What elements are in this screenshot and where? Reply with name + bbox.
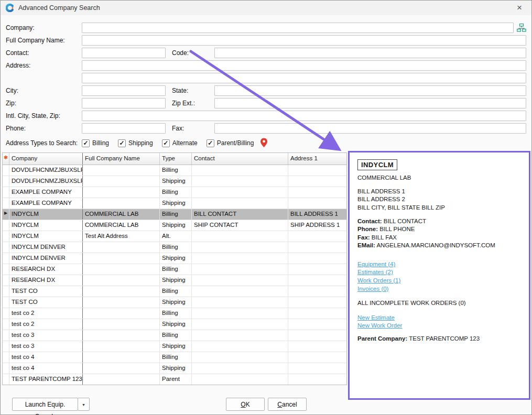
column-header-address-1[interactable]: Address 1 — [288, 153, 346, 165]
table-row[interactable]: EXAMPLE COMPANYShipping — [3, 198, 346, 209]
column-header-company[interactable]: Company — [9, 153, 83, 165]
phone-input[interactable] — [82, 123, 166, 134]
detail-phone-row: Phone: BILL PHONE — [357, 226, 521, 233]
table-row[interactable]: DOVDLFHCNMZJBUXSLFCShipping — [3, 176, 346, 187]
incomplete-work-orders-label: ALL INCOMPLETE WORK ORDERS (0) — [357, 300, 521, 307]
launch-dropdown-arrow-icon[interactable]: ▼ — [78, 398, 90, 411]
table-row[interactable]: test co 3Billing — [3, 330, 346, 341]
intl-label: Intl. City, State, Zip: — [6, 111, 60, 121]
grid-cell — [192, 242, 288, 253]
close-icon[interactable]: × — [511, 1, 528, 15]
link-equipment-4[interactable]: Equipment (4) — [357, 261, 395, 268]
ok-button[interactable]: OK — [226, 398, 265, 411]
grid-cell — [83, 330, 160, 341]
table-row[interactable]: INDYCLMTest Alt AddressAlt. — [3, 231, 346, 242]
table-row[interactable]: RESEARCH DXBilling — [3, 264, 346, 275]
address-input-1[interactable] — [82, 60, 526, 71]
launch-equip-search-button[interactable]: Launch Equip. Search — [12, 398, 78, 411]
zip-input[interactable] — [82, 98, 166, 108]
full-company-name-input[interactable] — [82, 35, 526, 46]
column-header-contact[interactable]: Contact — [192, 153, 288, 165]
table-row[interactable]: INDYCLMCOMMERCIAL LABShippingSHIP CONTAC… — [3, 220, 346, 231]
cancel-button[interactable]: Cancel — [268, 398, 307, 411]
table-row[interactable]: test co 2Shipping — [3, 319, 346, 330]
city-input[interactable] — [82, 85, 166, 96]
grid-cell — [192, 352, 288, 363]
link-new-estimate[interactable]: New Estimate — [357, 314, 395, 322]
table-row[interactable]: test co 4Billing — [3, 352, 346, 363]
company-input[interactable] — [82, 23, 514, 33]
table-row[interactable]: test co 4Shipping — [3, 363, 346, 374]
detail-email-label: EMail: — [357, 242, 375, 248]
grid-cell — [192, 264, 288, 275]
grid-cell — [192, 363, 288, 374]
link-new-work-order[interactable]: New Work Order — [357, 322, 402, 330]
grid-cell: Shipping — [160, 198, 192, 209]
grid-cell: Shipping — [160, 176, 192, 187]
grid-cell — [83, 308, 160, 319]
grid-cell — [192, 308, 288, 319]
row-marker — [3, 374, 9, 385]
table-row[interactable]: ▶INDYCLMCOMMERCIAL LABBillingBILL CONTAC… — [3, 209, 346, 220]
checkbox-box[interactable]: ✓ — [207, 139, 214, 147]
contact-input[interactable] — [82, 48, 166, 58]
code-input[interactable] — [214, 48, 526, 58]
row-marker — [3, 253, 9, 264]
checkbox-parent-billing[interactable]: ✓Parent/Billing — [207, 139, 254, 147]
detail-address-line: BILL ADDRESS 1 — [357, 188, 521, 195]
detail-company-name: COMMERCIAL LAB — [357, 174, 521, 182]
zip-ext-label: Zip Ext.: — [172, 98, 195, 108]
table-row[interactable]: test co 3Shipping — [3, 341, 346, 352]
table-row[interactable]: EXAMPLE COMPANYBilling — [3, 187, 346, 198]
grid-cell — [288, 341, 346, 352]
detail-contact-row: Contact: BILL CONTACT — [357, 218, 521, 225]
table-row[interactable]: INDYCLM DENVERShipping — [3, 253, 346, 264]
grid-cell — [83, 374, 160, 385]
table-row[interactable]: TEST PARENTCOMP 123Parent — [3, 374, 346, 385]
detail-contact-value: BILL CONTACT — [384, 218, 426, 224]
grid-cell: DOVDLFHCNMZJBUXSLFC — [9, 176, 83, 187]
detail-fax-row: Fax: BILL FAX — [357, 234, 521, 242]
detail-company-code: INDYCLM — [357, 159, 397, 170]
checkbox-shipping[interactable]: ✓Shipping — [118, 139, 153, 147]
detail-fax-value: BILL FAX — [372, 234, 397, 241]
link-estimates-2[interactable]: Estimates (2) — [357, 269, 393, 276]
table-row[interactable]: TEST COShipping — [3, 297, 346, 308]
grid-cell — [192, 275, 288, 286]
table-row[interactable]: RESEARCH DXShipping — [3, 275, 346, 286]
grid-cell — [192, 198, 288, 209]
link-work-orders-1[interactable]: Work Orders (1) — [357, 277, 400, 285]
address-type-checkboxes: ✓Billing✓Shipping✓Alternate✓Parent/Billi… — [82, 138, 254, 148]
grid-cell: EXAMPLE COMPANY — [9, 198, 83, 209]
grid-cell: INDYCLM DENVER — [9, 253, 83, 264]
address-input-2[interactable] — [82, 73, 526, 83]
phone-label: Phone: — [6, 123, 26, 134]
checkbox-box[interactable]: ✓ — [162, 139, 170, 147]
fax-label: Fax: — [172, 123, 184, 134]
state-label: State: — [172, 85, 188, 96]
zip-ext-input[interactable] — [214, 98, 526, 108]
grid-cell: test co 2 — [9, 319, 83, 330]
state-input[interactable] — [214, 85, 526, 96]
table-row[interactable]: test co 2Billing — [3, 308, 346, 319]
grid-cell — [83, 187, 160, 198]
map-pin-icon[interactable] — [260, 138, 268, 148]
intl-input[interactable] — [82, 111, 526, 121]
grid-cell: Shipping — [160, 275, 192, 286]
checkbox-billing[interactable]: ✓Billing — [82, 139, 109, 147]
grid-cell: RESEARCH DX — [9, 264, 83, 275]
checkbox-box[interactable]: ✓ — [118, 139, 126, 147]
column-header-full-company-name[interactable]: Full Company Name — [83, 153, 160, 165]
column-header-type[interactable]: Type — [160, 153, 192, 165]
fax-input[interactable] — [214, 123, 526, 134]
row-marker — [3, 176, 9, 187]
checkbox-box[interactable]: ✓ — [82, 139, 90, 147]
table-row[interactable]: DOVDLFHCNMZJBUXSLFCBilling — [3, 165, 346, 176]
table-row[interactable]: TEST COBilling — [3, 286, 346, 297]
advanced-company-search-dialog: Advanced Company Search × Company: Full … — [0, 0, 532, 415]
row-marker — [3, 220, 9, 231]
checkbox-alternate[interactable]: ✓Alternate — [162, 139, 198, 147]
company-hierarchy-lookup-icon[interactable] — [517, 24, 526, 34]
table-row[interactable]: INDYCLM DENVERBilling — [3, 242, 346, 253]
link-invoices-0[interactable]: Invoices (0) — [357, 286, 388, 293]
